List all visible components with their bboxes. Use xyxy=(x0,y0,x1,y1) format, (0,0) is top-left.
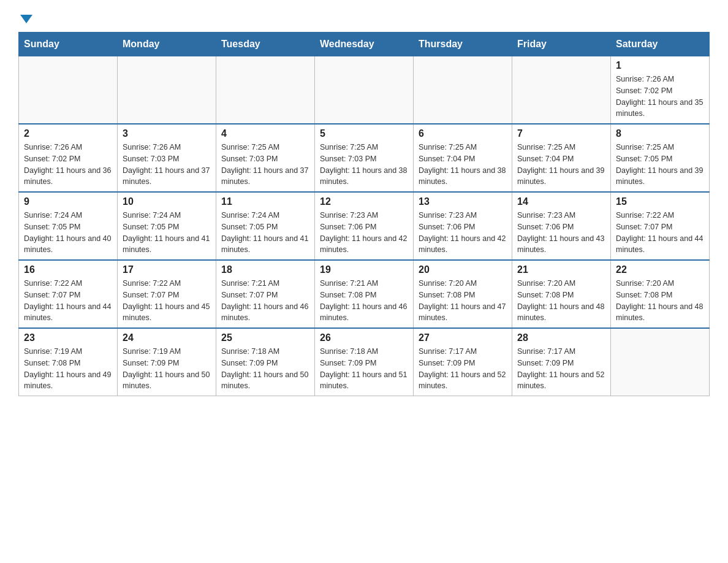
day-number: 27 xyxy=(419,332,507,343)
week-row-3: 9Sunrise: 7:24 AM Sunset: 7:05 PM Daylig… xyxy=(19,192,710,260)
day-info: Sunrise: 7:26 AM Sunset: 7:02 PM Dayligh… xyxy=(616,74,704,120)
calendar-cell: 16Sunrise: 7:22 AM Sunset: 7:07 PM Dayli… xyxy=(19,260,118,328)
calendar-cell: 10Sunrise: 7:24 AM Sunset: 7:05 PM Dayli… xyxy=(118,192,216,260)
day-number: 9 xyxy=(24,196,112,207)
calendar-cell: 20Sunrise: 7:20 AM Sunset: 7:08 PM Dayli… xyxy=(414,260,512,328)
day-number: 14 xyxy=(517,196,605,207)
day-number: 4 xyxy=(221,128,309,139)
day-number: 28 xyxy=(517,332,605,343)
logo-arrow-icon xyxy=(20,15,32,23)
calendar-cell: 14Sunrise: 7:23 AM Sunset: 7:06 PM Dayli… xyxy=(512,192,611,260)
calendar-cell: 26Sunrise: 7:18 AM Sunset: 7:09 PM Dayli… xyxy=(315,328,414,396)
day-info: Sunrise: 7:21 AM Sunset: 7:07 PM Dayligh… xyxy=(221,278,309,324)
day-number: 13 xyxy=(419,196,507,207)
day-info: Sunrise: 7:20 AM Sunset: 7:08 PM Dayligh… xyxy=(616,278,704,324)
calendar-cell: 25Sunrise: 7:18 AM Sunset: 7:09 PM Dayli… xyxy=(216,328,315,396)
calendar-cell: 9Sunrise: 7:24 AM Sunset: 7:05 PM Daylig… xyxy=(19,192,118,260)
day-info: Sunrise: 7:26 AM Sunset: 7:03 PM Dayligh… xyxy=(123,142,211,188)
page-header xyxy=(18,12,710,22)
day-number: 22 xyxy=(616,264,704,275)
calendar-cell: 13Sunrise: 7:23 AM Sunset: 7:06 PM Dayli… xyxy=(414,192,512,260)
day-number: 19 xyxy=(320,264,408,275)
day-info: Sunrise: 7:22 AM Sunset: 7:07 PM Dayligh… xyxy=(123,278,211,324)
day-info: Sunrise: 7:23 AM Sunset: 7:06 PM Dayligh… xyxy=(320,210,408,256)
weekday-header-wednesday: Wednesday xyxy=(315,33,414,56)
calendar-cell: 28Sunrise: 7:17 AM Sunset: 7:09 PM Dayli… xyxy=(512,328,611,396)
day-info: Sunrise: 7:22 AM Sunset: 7:07 PM Dayligh… xyxy=(616,210,704,256)
week-row-2: 2Sunrise: 7:26 AM Sunset: 7:02 PM Daylig… xyxy=(19,124,710,192)
day-number: 11 xyxy=(221,196,309,207)
calendar-cell xyxy=(611,328,710,396)
day-info: Sunrise: 7:17 AM Sunset: 7:09 PM Dayligh… xyxy=(419,346,507,392)
calendar-cell xyxy=(19,56,118,124)
weekday-header-sunday: Sunday xyxy=(19,33,118,56)
day-info: Sunrise: 7:23 AM Sunset: 7:06 PM Dayligh… xyxy=(517,210,605,256)
day-number: 20 xyxy=(419,264,507,275)
day-info: Sunrise: 7:19 AM Sunset: 7:08 PM Dayligh… xyxy=(24,346,112,392)
week-row-4: 16Sunrise: 7:22 AM Sunset: 7:07 PM Dayli… xyxy=(19,260,710,328)
weekday-header-thursday: Thursday xyxy=(414,33,512,56)
week-row-1: 1Sunrise: 7:26 AM Sunset: 7:02 PM Daylig… xyxy=(19,56,710,124)
day-number: 26 xyxy=(320,332,408,343)
day-number: 24 xyxy=(123,332,211,343)
calendar-cell xyxy=(118,56,216,124)
calendar-cell xyxy=(315,56,414,124)
calendar-cell: 24Sunrise: 7:19 AM Sunset: 7:09 PM Dayli… xyxy=(118,328,216,396)
calendar-cell: 12Sunrise: 7:23 AM Sunset: 7:06 PM Dayli… xyxy=(315,192,414,260)
calendar-cell: 27Sunrise: 7:17 AM Sunset: 7:09 PM Dayli… xyxy=(414,328,512,396)
day-info: Sunrise: 7:26 AM Sunset: 7:02 PM Dayligh… xyxy=(24,142,112,188)
calendar-cell: 15Sunrise: 7:22 AM Sunset: 7:07 PM Dayli… xyxy=(611,192,710,260)
week-row-5: 23Sunrise: 7:19 AM Sunset: 7:08 PM Dayli… xyxy=(19,328,710,396)
weekday-header-tuesday: Tuesday xyxy=(216,33,315,56)
day-number: 15 xyxy=(616,196,704,207)
calendar-cell: 22Sunrise: 7:20 AM Sunset: 7:08 PM Dayli… xyxy=(611,260,710,328)
weekday-header-saturday: Saturday xyxy=(611,33,710,56)
day-info: Sunrise: 7:22 AM Sunset: 7:07 PM Dayligh… xyxy=(24,278,112,324)
weekday-header-friday: Friday xyxy=(512,33,611,56)
day-info: Sunrise: 7:25 AM Sunset: 7:03 PM Dayligh… xyxy=(221,142,309,188)
calendar-cell xyxy=(512,56,611,124)
calendar-cell: 2Sunrise: 7:26 AM Sunset: 7:02 PM Daylig… xyxy=(19,124,118,192)
calendar-cell: 1Sunrise: 7:26 AM Sunset: 7:02 PM Daylig… xyxy=(611,56,710,124)
day-info: Sunrise: 7:18 AM Sunset: 7:09 PM Dayligh… xyxy=(221,346,309,392)
calendar-table: SundayMondayTuesdayWednesdayThursdayFrid… xyxy=(18,32,710,396)
day-number: 23 xyxy=(24,332,112,343)
day-info: Sunrise: 7:19 AM Sunset: 7:09 PM Dayligh… xyxy=(123,346,211,392)
day-number: 21 xyxy=(517,264,605,275)
day-info: Sunrise: 7:25 AM Sunset: 7:04 PM Dayligh… xyxy=(517,142,605,188)
day-info: Sunrise: 7:25 AM Sunset: 7:05 PM Dayligh… xyxy=(616,142,704,188)
day-info: Sunrise: 7:23 AM Sunset: 7:06 PM Dayligh… xyxy=(419,210,507,256)
calendar-cell: 3Sunrise: 7:26 AM Sunset: 7:03 PM Daylig… xyxy=(118,124,216,192)
day-number: 6 xyxy=(419,128,507,139)
calendar-cell: 4Sunrise: 7:25 AM Sunset: 7:03 PM Daylig… xyxy=(216,124,315,192)
calendar-cell: 18Sunrise: 7:21 AM Sunset: 7:07 PM Dayli… xyxy=(216,260,315,328)
day-number: 10 xyxy=(123,196,211,207)
day-number: 12 xyxy=(320,196,408,207)
day-number: 1 xyxy=(616,60,704,71)
calendar-cell xyxy=(414,56,512,124)
logo xyxy=(18,12,32,22)
day-number: 18 xyxy=(221,264,309,275)
calendar-cell: 6Sunrise: 7:25 AM Sunset: 7:04 PM Daylig… xyxy=(414,124,512,192)
day-info: Sunrise: 7:24 AM Sunset: 7:05 PM Dayligh… xyxy=(221,210,309,256)
day-number: 16 xyxy=(24,264,112,275)
day-number: 8 xyxy=(616,128,704,139)
day-info: Sunrise: 7:24 AM Sunset: 7:05 PM Dayligh… xyxy=(123,210,211,256)
calendar-cell: 19Sunrise: 7:21 AM Sunset: 7:08 PM Dayli… xyxy=(315,260,414,328)
weekday-header-monday: Monday xyxy=(118,33,216,56)
day-number: 3 xyxy=(123,128,211,139)
day-info: Sunrise: 7:18 AM Sunset: 7:09 PM Dayligh… xyxy=(320,346,408,392)
calendar-cell: 17Sunrise: 7:22 AM Sunset: 7:07 PM Dayli… xyxy=(118,260,216,328)
calendar-cell: 21Sunrise: 7:20 AM Sunset: 7:08 PM Dayli… xyxy=(512,260,611,328)
day-info: Sunrise: 7:25 AM Sunset: 7:04 PM Dayligh… xyxy=(419,142,507,188)
day-number: 5 xyxy=(320,128,408,139)
day-info: Sunrise: 7:17 AM Sunset: 7:09 PM Dayligh… xyxy=(517,346,605,392)
calendar-cell: 8Sunrise: 7:25 AM Sunset: 7:05 PM Daylig… xyxy=(611,124,710,192)
calendar-cell: 11Sunrise: 7:24 AM Sunset: 7:05 PM Dayli… xyxy=(216,192,315,260)
day-number: 17 xyxy=(123,264,211,275)
calendar-cell: 23Sunrise: 7:19 AM Sunset: 7:08 PM Dayli… xyxy=(19,328,118,396)
day-info: Sunrise: 7:24 AM Sunset: 7:05 PM Dayligh… xyxy=(24,210,112,256)
day-info: Sunrise: 7:21 AM Sunset: 7:08 PM Dayligh… xyxy=(320,278,408,324)
day-info: Sunrise: 7:20 AM Sunset: 7:08 PM Dayligh… xyxy=(419,278,507,324)
calendar-cell: 5Sunrise: 7:25 AM Sunset: 7:03 PM Daylig… xyxy=(315,124,414,192)
